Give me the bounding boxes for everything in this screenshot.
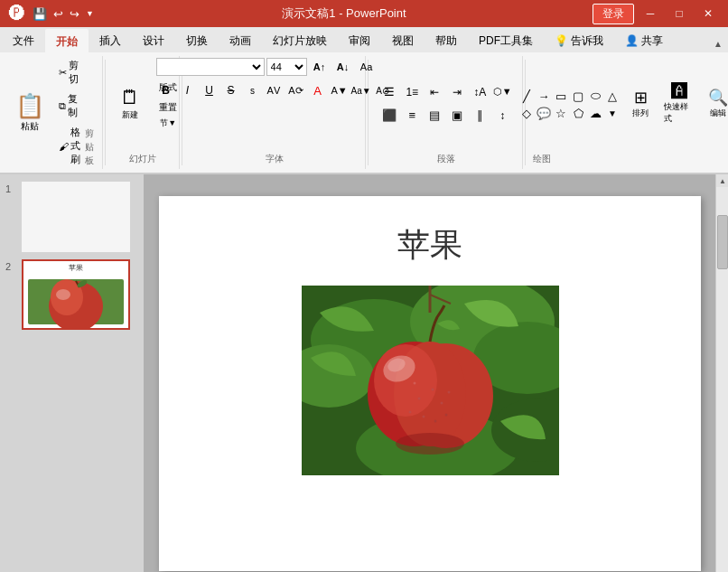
title-bar: 🅟 💾 ↩ ↪ ▼ 演示文稿1 - PowerPoint 登录 ─ □ ✕ — [0, 0, 728, 27]
copy-icon: ⧉ — [59, 100, 66, 112]
vertical-scrollbar[interactable]: ▲ ▼ — [715, 174, 728, 572]
copy-button[interactable]: ⧉ 复制 — [54, 89, 85, 122]
collapse-ribbon-icon[interactable]: ▲ — [708, 35, 728, 52]
arrange-button[interactable]: ⊞ 排列 — [623, 80, 658, 127]
scroll-thumb[interactable] — [717, 215, 728, 269]
scroll-track[interactable] — [716, 187, 728, 572]
undo-icon[interactable]: ↩ — [51, 5, 65, 23]
tab-file[interactable]: 文件 — [2, 29, 45, 52]
italic-button[interactable]: I — [178, 81, 198, 99]
restore-button[interactable]: □ — [667, 5, 692, 23]
char-spacing-button[interactable]: AV — [265, 81, 285, 99]
font-tools: 44 A↑ A↓ Aa B I U S s AV A⟳ A A▼ Aa▼ — [156, 56, 393, 151]
tab-share[interactable]: 👤共享 — [614, 29, 674, 52]
new-slide-icon: 🗒 — [120, 86, 140, 109]
increase-indent-button[interactable]: ⇥ — [446, 81, 468, 103]
tab-design[interactable]: 设计 — [132, 29, 175, 52]
shape-rounded-rect[interactable]: ▢ — [570, 88, 586, 104]
slide-thumbnail-1[interactable] — [22, 182, 130, 252]
copy-label: 复制 — [68, 92, 80, 119]
font-size-aa-button[interactable]: Aa▼ — [351, 81, 371, 99]
tab-home[interactable]: 开始 — [45, 29, 89, 52]
shape-arrow[interactable]: → — [536, 88, 552, 104]
justify-button[interactable]: ▣ — [446, 105, 468, 127]
shape-more[interactable]: ▼ — [604, 105, 621, 121]
share-person-icon: 👤 — [625, 34, 639, 47]
font-color-a-button[interactable]: A — [308, 81, 328, 99]
align-left-button[interactable]: ⬛ — [378, 105, 400, 127]
underline-button[interactable]: U — [200, 81, 219, 99]
slide-thumbnail-2[interactable]: 苹果 — [22, 259, 130, 330]
format-painter-button[interactable]: 🖌 格式刷 — [54, 123, 85, 169]
svg-point-30 — [444, 413, 447, 416]
close-button[interactable]: ✕ — [695, 5, 721, 23]
tab-insert[interactable]: 插入 — [89, 29, 132, 52]
font-name-select[interactable] — [156, 58, 265, 76]
edit-button[interactable]: 🔍 编辑 — [701, 80, 728, 127]
col-count-button[interactable]: ∥ — [469, 105, 490, 127]
numbering-button[interactable]: 1≡ — [401, 81, 423, 103]
cut-label: 剪切 — [69, 59, 80, 86]
ribbon-content: 📋 粘贴 ✂ 剪切 ⧉ 复制 🖌 格式刷 — [0, 52, 728, 173]
tab-transitions[interactable]: 切换 — [175, 29, 219, 52]
group-clipboard: 📋 粘贴 ✂ 剪切 ⧉ 复制 🖌 格式刷 — [2, 56, 103, 169]
shape-star[interactable]: ☆ — [553, 105, 569, 121]
tab-animations[interactable]: 动画 — [219, 29, 262, 52]
minimize-button[interactable]: ─ — [638, 5, 663, 23]
shape-cloud[interactable]: ☁ — [587, 105, 603, 121]
new-slide-button[interactable]: 🗒 新建 — [105, 85, 154, 123]
svg-point-28 — [422, 415, 425, 417]
grow-font-button[interactable]: A↑ — [309, 56, 331, 78]
slide-canvas[interactable]: 苹果 — [159, 196, 701, 571]
shadow-button[interactable]: s — [243, 81, 263, 99]
paste-button[interactable]: 📋 粘贴 — [7, 89, 52, 136]
slide-thumb-1[interactable]: 1 — [5, 182, 138, 252]
slide-thumb-2[interactable]: 2 苹果 — [5, 259, 138, 330]
shape-rect[interactable]: ▭ — [553, 88, 569, 104]
tab-tell-me[interactable]: 💡告诉我 — [544, 29, 614, 52]
tab-help[interactable]: 帮助 — [425, 29, 468, 52]
tab-review[interactable]: 审阅 — [338, 29, 381, 52]
title-bar-left: 🅟 💾 ↩ ↪ ▼ — [7, 3, 96, 25]
quick-styles-button[interactable]: 🅰 快速样式 — [659, 80, 699, 127]
shape-callout[interactable]: 💬 — [536, 105, 552, 121]
svg-point-25 — [440, 401, 443, 404]
tab-pdf[interactable]: PDF工具集 — [468, 29, 544, 52]
strikethrough-button[interactable]: S — [221, 81, 241, 99]
shape-line[interactable]: ╱ — [518, 88, 535, 104]
decrease-indent-button[interactable]: ⇤ — [424, 81, 445, 103]
convert-to-smartart-button[interactable]: ⬡▼ — [491, 81, 513, 103]
group-font: 44 A↑ A↓ Aa B I U S s AV A⟳ A A▼ Aa▼ — [184, 56, 366, 169]
scroll-up-button[interactable]: ▲ — [716, 174, 728, 187]
slide-num-1: 1 — [5, 182, 18, 194]
bullets-button[interactable]: ☰ — [378, 81, 400, 103]
shape-diamond[interactable]: ◇ — [518, 105, 535, 121]
svg-point-22 — [396, 433, 464, 455]
text-direction-button[interactable]: A⟳ — [286, 81, 306, 99]
svg-point-31 — [413, 381, 415, 384]
tab-slideshow[interactable]: 幻灯片放映 — [262, 29, 338, 52]
highlight-button[interactable]: A▼ — [330, 81, 350, 99]
customize-qa-icon[interactable]: ▼ — [84, 7, 96, 20]
align-center-button[interactable]: ≡ — [401, 105, 423, 127]
slide-apple-image[interactable] — [302, 286, 559, 475]
save-icon[interactable]: 💾 — [31, 5, 49, 23]
login-button[interactable]: 登录 — [593, 4, 634, 24]
text-direction-para-button[interactable]: ↕A — [469, 81, 490, 103]
svg-point-27 — [447, 390, 450, 393]
shape-pentagon[interactable]: ⬠ — [570, 105, 586, 121]
line-spacing-button[interactable]: ↕ — [491, 105, 513, 127]
drawing-group-label: 绘图 — [533, 151, 551, 165]
font-size-select[interactable]: 44 — [266, 58, 307, 76]
align-right-button[interactable]: ▤ — [424, 105, 445, 127]
redo-icon[interactable]: ↪ — [68, 5, 81, 23]
slide-num-2: 2 — [5, 259, 18, 272]
tab-view[interactable]: 视图 — [381, 29, 425, 52]
shape-oval[interactable]: ⬭ — [587, 88, 603, 104]
shrink-font-button[interactable]: A↓ — [332, 56, 354, 78]
bold-button[interactable]: B — [156, 81, 176, 99]
cut-button[interactable]: ✂ 剪切 — [54, 56, 85, 89]
shape-triangle[interactable]: △ — [604, 88, 621, 104]
svg-point-29 — [434, 419, 436, 422]
svg-point-4 — [56, 289, 70, 300]
